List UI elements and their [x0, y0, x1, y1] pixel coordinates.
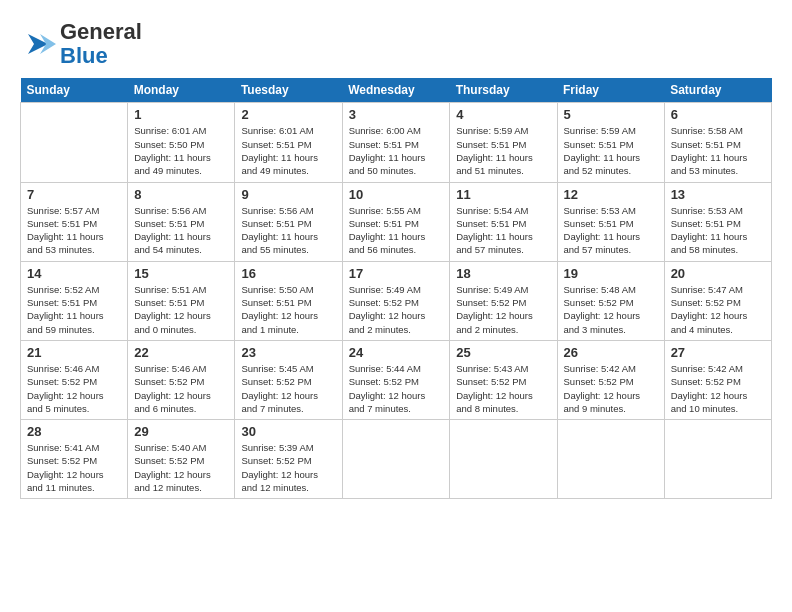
weekday-header-wednesday: Wednesday: [342, 78, 450, 103]
calendar-cell: 15Sunrise: 5:51 AMSunset: 5:51 PMDayligh…: [128, 261, 235, 340]
calendar-cell: [21, 103, 128, 182]
calendar-cell: 11Sunrise: 5:54 AMSunset: 5:51 PMDayligh…: [450, 182, 557, 261]
day-info: Sunrise: 5:53 AMSunset: 5:51 PMDaylight:…: [671, 204, 765, 257]
day-number: 4: [456, 107, 550, 122]
calendar-cell: 2Sunrise: 6:01 AMSunset: 5:51 PMDaylight…: [235, 103, 342, 182]
day-number: 21: [27, 345, 121, 360]
calendar-week-2: 7Sunrise: 5:57 AMSunset: 5:51 PMDaylight…: [21, 182, 772, 261]
day-number: 7: [27, 187, 121, 202]
calendar-header-row: SundayMondayTuesdayWednesdayThursdayFrid…: [21, 78, 772, 103]
day-info: Sunrise: 5:57 AMSunset: 5:51 PMDaylight:…: [27, 204, 121, 257]
day-info: Sunrise: 6:01 AMSunset: 5:51 PMDaylight:…: [241, 124, 335, 177]
day-number: 24: [349, 345, 444, 360]
day-info: Sunrise: 5:44 AMSunset: 5:52 PMDaylight:…: [349, 362, 444, 415]
day-number: 5: [564, 107, 658, 122]
day-number: 12: [564, 187, 658, 202]
day-number: 1: [134, 107, 228, 122]
day-info: Sunrise: 5:49 AMSunset: 5:52 PMDaylight:…: [349, 283, 444, 336]
calendar-cell: 4Sunrise: 5:59 AMSunset: 5:51 PMDaylight…: [450, 103, 557, 182]
day-number: 6: [671, 107, 765, 122]
calendar-cell: 23Sunrise: 5:45 AMSunset: 5:52 PMDayligh…: [235, 340, 342, 419]
calendar-cell: 6Sunrise: 5:58 AMSunset: 5:51 PMDaylight…: [664, 103, 771, 182]
calendar-cell: 5Sunrise: 5:59 AMSunset: 5:51 PMDaylight…: [557, 103, 664, 182]
day-info: Sunrise: 5:59 AMSunset: 5:51 PMDaylight:…: [456, 124, 550, 177]
day-number: 13: [671, 187, 765, 202]
day-info: Sunrise: 5:53 AMSunset: 5:51 PMDaylight:…: [564, 204, 658, 257]
day-info: Sunrise: 5:43 AMSunset: 5:52 PMDaylight:…: [456, 362, 550, 415]
day-info: Sunrise: 5:50 AMSunset: 5:51 PMDaylight:…: [241, 283, 335, 336]
calendar-cell: 14Sunrise: 5:52 AMSunset: 5:51 PMDayligh…: [21, 261, 128, 340]
calendar-cell: 24Sunrise: 5:44 AMSunset: 5:52 PMDayligh…: [342, 340, 450, 419]
calendar-cell: 13Sunrise: 5:53 AMSunset: 5:51 PMDayligh…: [664, 182, 771, 261]
day-number: 30: [241, 424, 335, 439]
calendar-cell: 20Sunrise: 5:47 AMSunset: 5:52 PMDayligh…: [664, 261, 771, 340]
logo-text: GeneralBlue: [60, 20, 142, 68]
day-number: 27: [671, 345, 765, 360]
weekday-header-saturday: Saturday: [664, 78, 771, 103]
calendar-cell: 22Sunrise: 5:46 AMSunset: 5:52 PMDayligh…: [128, 340, 235, 419]
calendar-cell: 17Sunrise: 5:49 AMSunset: 5:52 PMDayligh…: [342, 261, 450, 340]
calendar-cell: [450, 420, 557, 499]
calendar-cell: 16Sunrise: 5:50 AMSunset: 5:51 PMDayligh…: [235, 261, 342, 340]
day-number: 23: [241, 345, 335, 360]
day-info: Sunrise: 5:39 AMSunset: 5:52 PMDaylight:…: [241, 441, 335, 494]
calendar-week-4: 21Sunrise: 5:46 AMSunset: 5:52 PMDayligh…: [21, 340, 772, 419]
day-number: 15: [134, 266, 228, 281]
day-number: 14: [27, 266, 121, 281]
calendar-table: SundayMondayTuesdayWednesdayThursdayFrid…: [20, 78, 772, 499]
calendar-cell: 29Sunrise: 5:40 AMSunset: 5:52 PMDayligh…: [128, 420, 235, 499]
page-header: GeneralBlue: [20, 20, 772, 68]
day-number: 17: [349, 266, 444, 281]
day-number: 25: [456, 345, 550, 360]
day-number: 11: [456, 187, 550, 202]
day-number: 29: [134, 424, 228, 439]
day-number: 10: [349, 187, 444, 202]
calendar-cell: 26Sunrise: 5:42 AMSunset: 5:52 PMDayligh…: [557, 340, 664, 419]
day-number: 8: [134, 187, 228, 202]
day-number: 28: [27, 424, 121, 439]
day-info: Sunrise: 5:46 AMSunset: 5:52 PMDaylight:…: [27, 362, 121, 415]
day-info: Sunrise: 5:45 AMSunset: 5:52 PMDaylight:…: [241, 362, 335, 415]
day-info: Sunrise: 5:52 AMSunset: 5:51 PMDaylight:…: [27, 283, 121, 336]
calendar-cell: 7Sunrise: 5:57 AMSunset: 5:51 PMDaylight…: [21, 182, 128, 261]
day-number: 9: [241, 187, 335, 202]
calendar-cell: [664, 420, 771, 499]
day-info: Sunrise: 5:41 AMSunset: 5:52 PMDaylight:…: [27, 441, 121, 494]
day-number: 22: [134, 345, 228, 360]
day-number: 16: [241, 266, 335, 281]
day-info: Sunrise: 5:54 AMSunset: 5:51 PMDaylight:…: [456, 204, 550, 257]
day-number: 3: [349, 107, 444, 122]
day-info: Sunrise: 5:55 AMSunset: 5:51 PMDaylight:…: [349, 204, 444, 257]
calendar-cell: 12Sunrise: 5:53 AMSunset: 5:51 PMDayligh…: [557, 182, 664, 261]
calendar-cell: 8Sunrise: 5:56 AMSunset: 5:51 PMDaylight…: [128, 182, 235, 261]
day-info: Sunrise: 5:40 AMSunset: 5:52 PMDaylight:…: [134, 441, 228, 494]
day-info: Sunrise: 5:56 AMSunset: 5:51 PMDaylight:…: [134, 204, 228, 257]
weekday-header-thursday: Thursday: [450, 78, 557, 103]
weekday-header-tuesday: Tuesday: [235, 78, 342, 103]
calendar-cell: 3Sunrise: 6:00 AMSunset: 5:51 PMDaylight…: [342, 103, 450, 182]
day-number: 2: [241, 107, 335, 122]
calendar-week-1: 1Sunrise: 6:01 AMSunset: 5:50 PMDaylight…: [21, 103, 772, 182]
calendar-cell: 1Sunrise: 6:01 AMSunset: 5:50 PMDaylight…: [128, 103, 235, 182]
logo-icon: [20, 26, 56, 62]
weekday-header-friday: Friday: [557, 78, 664, 103]
logo: GeneralBlue: [20, 20, 142, 68]
svg-marker-0: [28, 34, 48, 54]
calendar-week-5: 28Sunrise: 5:41 AMSunset: 5:52 PMDayligh…: [21, 420, 772, 499]
day-info: Sunrise: 6:00 AMSunset: 5:51 PMDaylight:…: [349, 124, 444, 177]
day-info: Sunrise: 5:56 AMSunset: 5:51 PMDaylight:…: [241, 204, 335, 257]
weekday-header-monday: Monday: [128, 78, 235, 103]
calendar-cell: 18Sunrise: 5:49 AMSunset: 5:52 PMDayligh…: [450, 261, 557, 340]
day-info: Sunrise: 5:49 AMSunset: 5:52 PMDaylight:…: [456, 283, 550, 336]
calendar-cell: 27Sunrise: 5:42 AMSunset: 5:52 PMDayligh…: [664, 340, 771, 419]
day-info: Sunrise: 5:48 AMSunset: 5:52 PMDaylight:…: [564, 283, 658, 336]
day-info: Sunrise: 5:42 AMSunset: 5:52 PMDaylight:…: [671, 362, 765, 415]
calendar-cell: 10Sunrise: 5:55 AMSunset: 5:51 PMDayligh…: [342, 182, 450, 261]
calendar-cell: 9Sunrise: 5:56 AMSunset: 5:51 PMDaylight…: [235, 182, 342, 261]
calendar-cell: [557, 420, 664, 499]
day-info: Sunrise: 5:51 AMSunset: 5:51 PMDaylight:…: [134, 283, 228, 336]
calendar-cell: 19Sunrise: 5:48 AMSunset: 5:52 PMDayligh…: [557, 261, 664, 340]
calendar-cell: 28Sunrise: 5:41 AMSunset: 5:52 PMDayligh…: [21, 420, 128, 499]
day-info: Sunrise: 5:47 AMSunset: 5:52 PMDaylight:…: [671, 283, 765, 336]
day-number: 26: [564, 345, 658, 360]
